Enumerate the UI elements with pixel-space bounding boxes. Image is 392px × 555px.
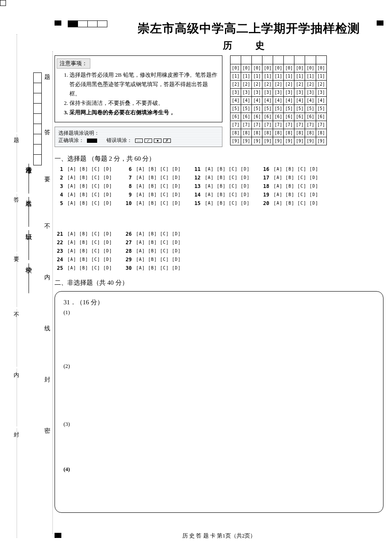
- mcq-row[interactable]: 17[A] [B] [C] [D]: [261, 175, 318, 181]
- mcq-row[interactable]: 2[A] [B] [C] [D]: [55, 175, 112, 181]
- question-number: 20: [261, 200, 269, 206]
- question-number: 3: [55, 183, 63, 189]
- mcq-row[interactable]: 23[A] [B] [C] [D]: [55, 248, 112, 254]
- answer-bubbles[interactable]: [A] [B] [C] [D]: [274, 184, 318, 188]
- mcq-row[interactable]: 20[A] [B] [C] [D]: [261, 200, 318, 206]
- mcq-row[interactable]: 21[A] [B] [C] [D]: [55, 231, 112, 237]
- gutter-line: 题 答 要 不 内 线 封 密: [43, 51, 53, 534]
- fill-line[interactable]: [29, 263, 29, 293]
- answer-bubbles[interactable]: [A] [B] [C] [D]: [67, 240, 112, 245]
- answer-bubbles[interactable]: [A] [B] [C] [D]: [205, 167, 250, 171]
- mcq-row[interactable]: 26[A] [B] [C] [D]: [123, 231, 181, 237]
- cut-char: 题: [12, 132, 20, 134]
- mcq-row[interactable]: 13[A] [B] [C] [D]: [192, 183, 250, 189]
- mcq-row[interactable]: 15[A] [B] [C] [D]: [192, 200, 250, 206]
- frq-answer-box[interactable]: 31．（16 分） (1) (2) (3) (4): [55, 291, 383, 513]
- question-number: 6: [123, 166, 132, 172]
- mcq-row[interactable]: 9[A] [B] [C] [D]: [123, 192, 181, 198]
- mcq-row[interactable]: 1[A] [B] [C] [D]: [55, 166, 112, 172]
- question-number: 21: [55, 231, 63, 237]
- question-number: 30: [123, 265, 132, 271]
- mcq-row[interactable]: 5[A] [B] [C] [D]: [55, 200, 112, 206]
- answer-bubbles[interactable]: [A] [B] [C] [D]: [274, 201, 318, 205]
- note-item: 选择题作答必须用 2B 铅笔，修改时用橡皮擦干净。笔答题作答必须用黑色墨迹签字笔…: [69, 70, 218, 98]
- question-number: 28: [123, 248, 132, 254]
- question-number: 27: [123, 240, 132, 246]
- answer-bubbles[interactable]: [A] [B] [C] [D]: [274, 167, 318, 171]
- answer-bubbles[interactable]: [A] [B] [C] [D]: [205, 192, 250, 197]
- answer-bubbles[interactable]: [A] [B] [C] [D]: [67, 249, 112, 253]
- mcq-row[interactable]: 16[A] [B] [C] [D]: [261, 166, 318, 172]
- answer-bubbles[interactable]: [A] [B] [C] [D]: [205, 184, 250, 188]
- mcq-row[interactable]: 10[A] [B] [C] [D]: [123, 200, 181, 206]
- answer-bubbles[interactable]: [A] [B] [C] [D]: [274, 175, 318, 180]
- answer-bubbles[interactable]: [A] [B] [C] [D]: [136, 192, 181, 197]
- mcq-row[interactable]: 19[A] [B] [C] [D]: [261, 192, 318, 198]
- mcq-row[interactable]: 8[A] [B] [C] [D]: [123, 183, 181, 189]
- answer-bubbles[interactable]: [A] [B] [C] [D]: [136, 266, 181, 270]
- frq-question: 31．（16 分）: [63, 298, 375, 306]
- id-bubble-grid[interactable]: [0][0][0][0][0][0][0][0][0] [1][1][1][1]…: [230, 55, 327, 145]
- frq-heading: 二、非选择题（共 40 分）: [55, 279, 383, 287]
- answer-bubbles[interactable]: [A] [B] [C] [D]: [67, 167, 112, 171]
- answer-bubbles[interactable]: [A] [B] [C] [D]: [136, 184, 181, 188]
- mcq-row[interactable]: 4[A] [B] [C] [D]: [55, 192, 112, 198]
- answer-bubbles[interactable]: [A] [B] [C] [D]: [136, 201, 181, 205]
- mcq-row[interactable]: 7[A] [B] [C] [D]: [123, 175, 181, 181]
- gutter-char: 要: [44, 175, 50, 184]
- mcq-row[interactable]: 11[A] [B] [C] [D]: [192, 166, 250, 172]
- question-number: 17: [261, 175, 269, 181]
- answer-bubbles[interactable]: [A] [B] [C] [D]: [67, 175, 112, 180]
- frq-sub: (3): [63, 421, 375, 428]
- question-number: 5: [55, 200, 63, 206]
- cut-char: 不: [12, 307, 20, 309]
- answer-bubbles[interactable]: [A] [B] [C] [D]: [274, 192, 318, 197]
- question-number: 15: [192, 200, 201, 206]
- ticket-number-grid[interactable]: [33, 72, 42, 165]
- mcq-row[interactable]: 24[A] [B] [C] [D]: [55, 257, 112, 263]
- answer-bubbles[interactable]: [A] [B] [C] [D]: [136, 175, 181, 180]
- answer-bubbles[interactable]: [A] [B] [C] [D]: [67, 184, 112, 188]
- answer-bubbles[interactable]: [A] [B] [C] [D]: [136, 231, 181, 236]
- mcq-row[interactable]: 3[A] [B] [C] [D]: [55, 183, 112, 189]
- mcq-row[interactable]: 28[A] [B] [C] [D]: [123, 248, 181, 254]
- fill-line[interactable]: [29, 197, 29, 227]
- question-number: 2: [55, 175, 63, 181]
- mcq-grid[interactable]: 1[A] [B] [C] [D]2[A] [B] [C] [D]3[A] [B]…: [55, 166, 383, 271]
- exam-subject: 历 史: [114, 39, 383, 52]
- gutter-char: 封: [44, 375, 50, 384]
- answer-bubbles[interactable]: [A] [B] [C] [D]: [205, 175, 250, 180]
- answer-bubbles[interactable]: [A] [B] [C] [D]: [205, 201, 250, 205]
- answer-bubbles[interactable]: [A] [B] [C] [D]: [136, 257, 181, 262]
- frq-sub: (1): [63, 309, 375, 316]
- gutter-char: 密: [44, 426, 50, 436]
- question-number: 16: [261, 166, 269, 172]
- mcq-row[interactable]: 6[A] [B] [C] [D]: [123, 166, 181, 172]
- question-number: 24: [55, 257, 63, 263]
- fill-line[interactable]: [29, 164, 29, 194]
- question-number: 13: [192, 183, 201, 189]
- mcq-row[interactable]: 30[A] [B] [C] [D]: [123, 265, 181, 271]
- mcq-row[interactable]: 27[A] [B] [C] [D]: [123, 240, 181, 246]
- question-number: 7: [123, 175, 132, 181]
- mcq-row[interactable]: 22[A] [B] [C] [D]: [55, 240, 112, 246]
- answer-bubbles[interactable]: [A] [B] [C] [D]: [136, 167, 181, 171]
- question-number: 18: [261, 183, 269, 189]
- cut-char: 封: [12, 426, 20, 428]
- answer-bubbles[interactable]: [A] [B] [C] [D]: [67, 266, 112, 270]
- answer-bubbles[interactable]: [A] [B] [C] [D]: [67, 231, 112, 236]
- mcq-row[interactable]: 29[A] [B] [C] [D]: [123, 257, 181, 263]
- mcq-row[interactable]: 25[A] [B] [C] [D]: [55, 265, 112, 271]
- answer-bubbles[interactable]: [A] [B] [C] [D]: [136, 249, 181, 253]
- question-number: 1: [55, 166, 63, 172]
- frq-sub: (4): [63, 466, 375, 473]
- mcq-row[interactable]: 18[A] [B] [C] [D]: [261, 183, 318, 189]
- answer-bubbles[interactable]: [A] [B] [C] [D]: [67, 192, 112, 197]
- mcq-row[interactable]: 12[A] [B] [C] [D]: [192, 175, 250, 181]
- answer-bubbles[interactable]: [A] [B] [C] [D]: [67, 201, 112, 205]
- answer-bubbles[interactable]: [A] [B] [C] [D]: [67, 257, 112, 262]
- answer-bubbles[interactable]: [A] [B] [C] [D]: [136, 240, 181, 245]
- mcq-row[interactable]: 14[A] [B] [C] [D]: [192, 192, 250, 198]
- fill-line[interactable]: [29, 230, 29, 260]
- question-number: 25: [55, 265, 63, 271]
